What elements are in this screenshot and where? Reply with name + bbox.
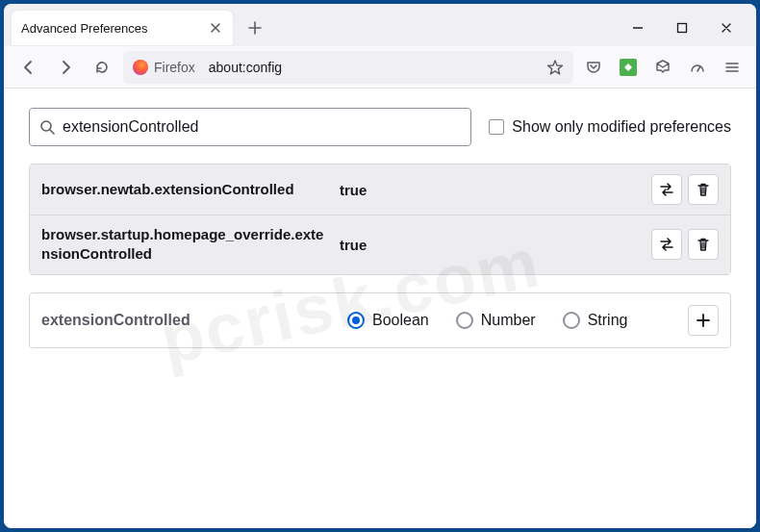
pref-name: browser.newtab.extensionControlled	[41, 180, 330, 199]
toggle-button[interactable]	[651, 174, 682, 205]
titlebar: Advanced Preferences	[4, 4, 756, 46]
close-tab-button[interactable]	[208, 20, 223, 36]
dashboard-icon[interactable]	[683, 53, 712, 82]
checkbox-icon	[489, 119, 504, 135]
search-box[interactable]	[29, 108, 471, 146]
radio-number[interactable]: Number	[456, 312, 536, 329]
radio-number-label: Number	[481, 312, 536, 329]
maximize-button[interactable]	[660, 12, 704, 44]
close-window-button[interactable]	[704, 12, 748, 44]
radio-icon	[563, 312, 580, 329]
pref-row[interactable]: browser.startup.homepage_override.extens…	[30, 215, 730, 274]
prefs-table: browser.newtab.extensionControlled true …	[29, 164, 731, 275]
active-tab[interactable]: Advanced Preferences	[12, 11, 233, 45]
identity-label: Firefox	[154, 60, 195, 75]
back-button[interactable]	[13, 52, 44, 83]
toggle-button[interactable]	[651, 229, 682, 260]
reload-button[interactable]	[87, 52, 117, 83]
forward-button[interactable]	[50, 52, 81, 83]
delete-button[interactable]	[688, 174, 719, 205]
search-input[interactable]	[63, 118, 461, 136]
extension-icon[interactable]	[614, 53, 643, 82]
pref-value: true	[340, 182, 642, 198]
minimize-button[interactable]	[616, 12, 660, 44]
browser-window: Advanced Preferences Firefox about:confi…	[4, 4, 756, 528]
search-icon	[39, 119, 55, 135]
add-button[interactable]	[688, 305, 719, 336]
bookmark-star-icon[interactable]	[546, 59, 564, 76]
pref-name: browser.startup.homepage_override.extens…	[41, 225, 330, 265]
radio-boolean[interactable]: Boolean	[347, 312, 429, 329]
delete-button[interactable]	[688, 229, 719, 260]
type-radio-group: Boolean Number String	[347, 312, 671, 329]
about-config-content: pcrisk.com Show only modified preference…	[4, 89, 756, 528]
radio-icon	[456, 312, 473, 329]
pref-actions	[651, 174, 719, 205]
app-menu-button[interactable]	[718, 53, 747, 82]
new-pref-name: extensionControlled	[41, 312, 330, 329]
show-modified-label: Show only modified preferences	[512, 118, 731, 136]
svg-rect-0	[678, 24, 687, 33]
radio-boolean-label: Boolean	[372, 312, 429, 329]
url-bar[interactable]: Firefox about:config	[123, 51, 573, 84]
radio-icon	[347, 312, 365, 329]
pref-value: true	[340, 237, 642, 253]
search-row: Show only modified preferences	[29, 108, 731, 146]
radio-string[interactable]: String	[563, 312, 628, 329]
new-tab-button[interactable]	[242, 15, 267, 40]
pref-row[interactable]: browser.newtab.extensionControlled true	[30, 165, 730, 215]
nav-toolbar: Firefox about:config	[4, 46, 756, 89]
window-controls	[616, 12, 748, 44]
inbox-icon[interactable]	[648, 53, 677, 82]
firefox-icon	[133, 60, 148, 75]
tab-title: Advanced Preferences	[21, 21, 200, 36]
pocket-icon[interactable]	[579, 53, 608, 82]
url-text: about:config	[209, 60, 539, 75]
radio-string-label: String	[588, 312, 628, 329]
show-modified-checkbox[interactable]: Show only modified preferences	[489, 118, 731, 136]
identity-box[interactable]: Firefox	[133, 60, 201, 75]
new-pref-row: extensionControlled Boolean Number Strin…	[29, 292, 731, 348]
pref-actions	[651, 229, 719, 260]
